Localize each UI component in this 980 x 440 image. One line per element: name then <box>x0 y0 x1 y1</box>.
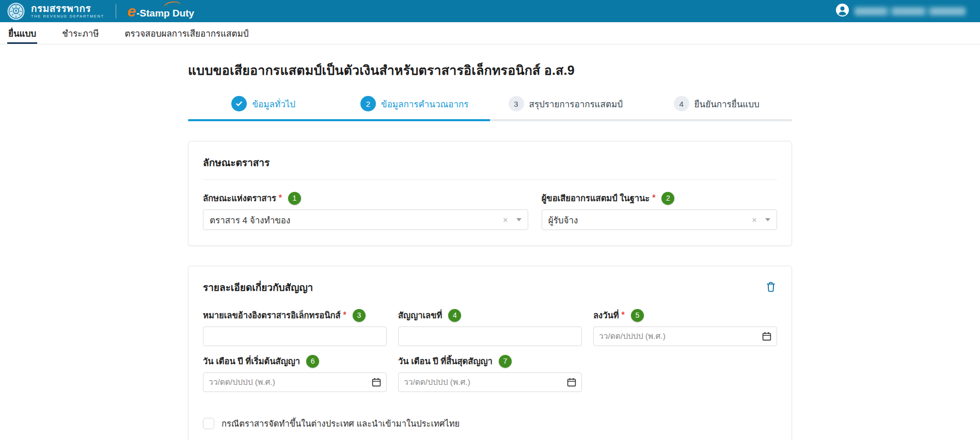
tab-file-return[interactable]: ยื่นแบบ <box>7 22 37 44</box>
step-label: ข้อมูลทั่วไป <box>252 97 295 111</box>
field-number-badge: 5 <box>631 309 644 322</box>
foreign-instrument-row: กรณีตราสารจัดทำขึ้นในต่างประเทศ และนำเข้… <box>203 417 777 430</box>
field-number-badge: 6 <box>306 355 319 368</box>
required-mark: * <box>279 193 282 203</box>
instrument-type-select[interactable]: ตราสาร 4 จ้างทำของ × <box>203 209 528 230</box>
field-number-badge: 4 <box>448 309 461 322</box>
chevron-down-icon[interactable] <box>516 218 521 221</box>
start-date-input[interactable] <box>209 378 372 387</box>
step-done-check-icon <box>231 96 247 111</box>
field-end-date: วัน เดือน ปี ที่สิ้นสุดสัญญา 7 <box>398 354 582 392</box>
payer-role-select[interactable]: ผู้รับจ้าง × <box>542 209 777 230</box>
contract-date-field <box>593 327 777 346</box>
instrument-card-title: ลักษณะตราสาร <box>203 155 270 170</box>
field-number-badge: 2 <box>661 192 674 205</box>
app-header: กรมสรรพากร THE REVENUE DEPARTMENT e -Sta… <box>0 0 980 22</box>
logo-e: e <box>128 4 136 19</box>
calendar-icon[interactable] <box>372 378 381 387</box>
step-number: 4 <box>674 96 689 111</box>
field-contract-number: สัญญาเลขที่ 4 <box>398 308 582 346</box>
field-payer-role: ผู้ขอเสียอากรแสตมป์ ในฐานะ * 2 ผู้รับจ้า… <box>542 191 777 230</box>
header-divider <box>116 4 116 19</box>
user-menu[interactable] <box>835 3 966 19</box>
org-title-block: กรมสรรพากร THE REVENUE DEPARTMENT <box>31 4 104 19</box>
contract-date-input[interactable] <box>599 332 762 341</box>
calendar-icon[interactable] <box>762 332 771 341</box>
logo-text: -Stamp Duty <box>136 8 194 19</box>
required-mark: * <box>622 311 625 320</box>
field-label: วัน เดือน ปี ที่สิ้นสุดสัญญา <box>398 354 493 368</box>
trash-icon <box>766 281 776 294</box>
step-general-info[interactable]: ข้อมูลทั่วไป <box>188 96 339 111</box>
revenue-department-emblem-icon <box>7 3 25 20</box>
field-label: ลงวันที่ <box>593 308 619 322</box>
field-label: ผู้ขอเสียอากรแสตมป์ ในฐานะ <box>542 191 650 205</box>
field-label: วัน เดือน ปี ที่เริ่มต้นสัญญา <box>203 354 300 368</box>
clear-icon[interactable]: × <box>503 216 508 224</box>
user-name-redacted <box>855 7 966 15</box>
end-date-field <box>398 372 582 392</box>
step-duty-calculation[interactable]: 2 ข้อมูลการคำนวณอากร <box>339 96 491 111</box>
field-number-badge: 7 <box>499 355 512 368</box>
field-label: ลักษณะแห่งตราสาร <box>203 191 276 205</box>
instrument-card: ลักษณะตราสาร ลักษณะแห่งตราสาร * 1 ตราสาร… <box>188 141 792 246</box>
required-mark: * <box>343 311 346 320</box>
estamp-duty-logo: e -Stamp Duty <box>128 4 195 19</box>
clear-icon[interactable]: × <box>752 216 757 224</box>
step-number: 2 <box>360 96 376 111</box>
required-mark: * <box>652 193 655 203</box>
field-label: สัญญาเลขที่ <box>398 308 442 322</box>
brand: กรมสรรพากร THE REVENUE DEPARTMENT e -Sta… <box>7 3 194 20</box>
tab-pay-tax[interactable]: ชำระภาษี <box>61 22 100 44</box>
chevron-down-icon[interactable] <box>765 218 770 221</box>
step-label: ยืนยันการยื่นแบบ <box>694 97 760 111</box>
field-contract-date: ลงวันที่ * 5 <box>593 308 777 346</box>
user-avatar-icon[interactable] <box>835 3 849 19</box>
field-reference-number: หมายเลขอ้างอิงตราสารอิเล็กทรอนิกส์ * 3 <box>203 308 387 346</box>
step-number: 3 <box>509 96 524 111</box>
field-number-badge: 1 <box>288 192 301 205</box>
stepper: ข้อมูลทั่วไป 2 ข้อมูลการคำนวณอากร 3 สรุป… <box>188 96 792 121</box>
step-label: สรุปรายการอากรแสตมป์ <box>529 97 623 111</box>
main-nav: ยื่นแบบ ชำระภาษี ตรวจสอบผลการเสียอากรแสต… <box>0 22 980 44</box>
page-title: แบบขอเสียอากรแสตมป์เป็นตัวเงินสำหรับตราส… <box>188 60 792 80</box>
field-start-date: วัน เดือน ปี ที่เริ่มต้นสัญญา 6 <box>203 354 387 392</box>
step-label: ข้อมูลการคำนวณอากร <box>381 97 468 111</box>
stepper-progress-track <box>188 119 792 121</box>
field-label: หมายเลขอ้างอิงตราสารอิเล็กทรอนิกส์ <box>203 308 341 322</box>
end-date-input[interactable] <box>404 378 567 387</box>
field-instrument-type: ลักษณะแห่งตราสาร * 1 ตราสาร 4 จ้างทำของ … <box>203 191 528 230</box>
start-date-field <box>203 372 387 392</box>
logo-swoosh-icon <box>163 0 181 8</box>
select-value: ตราสาร 4 จ้างทำของ <box>210 213 503 227</box>
main-content: แบบขอเสียอากรแสตมป์เป็นตัวเงินสำหรับตราส… <box>188 44 792 440</box>
org-subtitle: THE REVENUE DEPARTMENT <box>31 14 104 19</box>
calendar-icon[interactable] <box>567 378 576 387</box>
contract-number-input[interactable] <box>398 327 582 346</box>
org-name: กรมสรรพากร <box>31 4 104 14</box>
step-confirm-filing[interactable]: 4 ยืนยันการยื่นแบบ <box>641 96 793 111</box>
delete-contract-button[interactable] <box>765 280 777 295</box>
foreign-instrument-checkbox[interactable] <box>203 418 214 429</box>
reference-number-input[interactable] <box>203 327 387 346</box>
tab-check-stamp-result[interactable]: ตรวจสอบผลการเสียอากรแสตมป์ <box>123 22 249 44</box>
foreign-instrument-checkbox-label: กรณีตราสารจัดทำขึ้นในต่างประเทศ และนำเข้… <box>222 417 460 430</box>
contract-card: รายละเอียดเกี่ยวกับสัญญา หมายเลขอ้างอิงต… <box>188 266 792 440</box>
card-divider <box>203 180 777 180</box>
select-value: ผู้รับจ้าง <box>548 213 752 227</box>
step-stamp-summary[interactable]: 3 สรุปรายการอากรแสตมป์ <box>490 96 641 111</box>
field-number-badge: 3 <box>353 309 366 322</box>
stepper-progress-fill <box>188 119 490 121</box>
contract-card-title: รายละเอียดเกี่ยวกับสัญญา <box>203 280 313 295</box>
